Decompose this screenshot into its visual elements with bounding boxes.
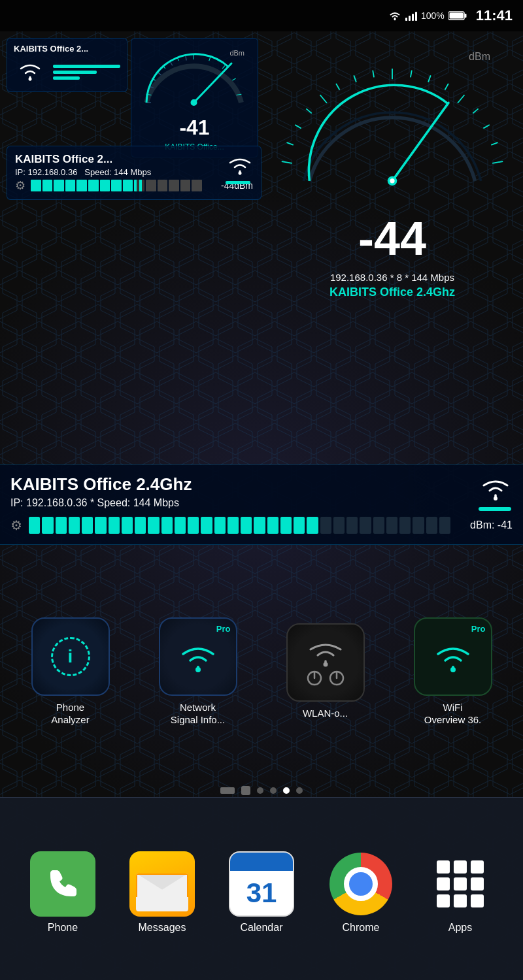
svg-line-16 [170, 61, 173, 65]
apps-label: Apps [448, 922, 472, 934]
signal-bars [405, 10, 417, 21]
svg-line-36 [373, 71, 374, 78]
dock-icons: Phone Messages [0, 798, 523, 980]
svg-point-19 [191, 99, 197, 106]
widget-netinfo[interactable]: KAIBITS Office 2... IP: 192.168.0.36 Spe… [7, 146, 262, 200]
netinfo-ip: IP: 192.168.0.36 Speed: 144 Mbps [15, 167, 253, 177]
speedo-large-value: -44 [358, 212, 426, 265]
power-icon-2 [328, 670, 345, 687]
svg-point-8 [29, 78, 32, 81]
widget-speedo-large[interactable]: dBm [262, 38, 523, 312]
pro-badge-wifi: Pro [471, 624, 486, 634]
gear-icon-large[interactable]: ⚙ [10, 517, 22, 533]
messages-icon [129, 851, 195, 917]
svg-line-41 [458, 95, 464, 103]
wifi-icon-small [14, 57, 46, 84]
app-wlan[interactable]: WLAN-o... [273, 623, 378, 720]
dock-item-calendar[interactable]: 31 Calendar [219, 851, 304, 934]
svg-line-38 [411, 71, 412, 78]
wlan-icon [286, 623, 365, 702]
large-widget-signal-row: ⚙ [10, 517, 513, 534]
wifi-status-icon [388, 10, 401, 21]
dot-3[interactable] [257, 787, 263, 794]
dock-item-phone[interactable]: Phone [20, 851, 105, 934]
info-circle-icon: i [51, 637, 90, 676]
status-time: 11:41 [476, 7, 513, 24]
apps-grid [437, 860, 484, 907]
svg-point-50 [494, 497, 498, 500]
wifi-overview-signal-icon [430, 637, 477, 676]
power-icon-1 [306, 670, 323, 687]
svg-line-27 [232, 78, 235, 80]
calendar-header [230, 853, 293, 871]
app-wifi-overview[interactable]: Pro WiFiOverview 36. [401, 617, 505, 727]
dock-item-messages[interactable]: Messages [120, 851, 205, 934]
messages-label: Messages [139, 922, 186, 934]
svg-line-30 [287, 142, 294, 145]
svg-line-34 [336, 84, 339, 90]
app-network-signal[interactable]: Pro NetworkSignal Info... [146, 617, 250, 727]
svg-line-42 [473, 108, 478, 113]
phone-label: Phone [48, 922, 78, 934]
calendar-label: Calendar [241, 922, 283, 934]
dot-home[interactable] [241, 786, 250, 795]
svg-line-26 [222, 65, 225, 69]
large-widget-ip: IP: 192.168.0.36 * Speed: 144 Mbps [10, 497, 513, 509]
svg-line-43 [483, 125, 489, 128]
widget-small-info[interactable]: KAIBITS Office 2... [7, 38, 127, 92]
svg-point-52 [323, 662, 328, 666]
dot-4[interactable] [270, 787, 277, 794]
chrome-icon [328, 851, 394, 917]
widget-small-title: KAIBITS Office 2... [14, 44, 120, 54]
speedo-dbm-label-small: dBm [229, 49, 245, 57]
svg-rect-3 [449, 13, 463, 19]
network-signal-icon: Pro [159, 617, 237, 696]
apps-area: i PhoneAnalyzer Pro NetworkSignal Info..… [0, 567, 523, 776]
svg-point-51 [195, 667, 201, 672]
svg-line-17 [186, 56, 186, 61]
svg-line-35 [354, 75, 356, 82]
svg-point-57 [450, 667, 456, 672]
speedo-large-ip: 192.168.0.36 * 8 * 144 Mbps KAIBITS Offi… [329, 272, 455, 299]
svg-point-0 [394, 18, 396, 20]
battery-icon [448, 10, 467, 21]
svg-point-49 [239, 172, 242, 175]
svg-line-25 [209, 57, 211, 61]
status-bar: 100% 11:41 [0, 0, 523, 31]
svg-line-40 [445, 84, 448, 90]
svg-line-32 [306, 108, 311, 113]
phone-analyzer-label: PhoneAnalyzer [51, 701, 89, 727]
speedo-large-dbm-label: dBm [469, 51, 490, 62]
large-widget-dbm: dBm: -41 [457, 519, 513, 531]
widget-large-bottom[interactable]: KAIBITS Office 2.4Ghz IP: 192.168.0.36 *… [0, 465, 523, 545]
large-widget-title: KAIBITS Office 2.4Ghz [10, 474, 513, 495]
netinfo-title: KAIBITS Office 2... [15, 153, 253, 166]
app-phone-analyzer[interactable]: i PhoneAnalyzer [18, 617, 123, 727]
svg-rect-2 [464, 14, 466, 18]
chrome-icon-inner [344, 867, 378, 901]
svg-point-48 [390, 178, 394, 183]
speedo-large-name: KAIBITS Office 2.4Ghz [329, 286, 455, 299]
gear-icon-netinfo[interactable]: ⚙ [15, 178, 25, 193]
phone-symbol [44, 865, 82, 903]
dock-item-chrome[interactable]: Chrome [318, 851, 403, 934]
svg-line-31 [295, 125, 301, 128]
page-dots [0, 786, 523, 795]
dot-5[interactable] [283, 787, 290, 794]
pro-badge-network: Pro [216, 624, 231, 634]
dot-6[interactable] [296, 787, 303, 794]
battery-percentage: 100% [421, 10, 445, 21]
apps-icon [428, 851, 493, 917]
calendar-date: 31 [246, 879, 277, 907]
svg-line-44 [491, 142, 498, 145]
wifi-overview-icon: Pro [414, 617, 492, 696]
calendar-icon: 31 [229, 851, 294, 917]
status-icons: 100% 11:41 [388, 7, 513, 24]
widget-speedo-small[interactable]: dBm [131, 38, 258, 157]
svg-line-29 [282, 161, 292, 163]
svg-line-33 [320, 95, 327, 103]
dock-item-apps[interactable]: Apps [418, 851, 503, 934]
bottom-dock: Phone Messages [0, 797, 523, 980]
speedo-gauge-large [281, 63, 503, 199]
dot-1[interactable] [220, 787, 235, 794]
